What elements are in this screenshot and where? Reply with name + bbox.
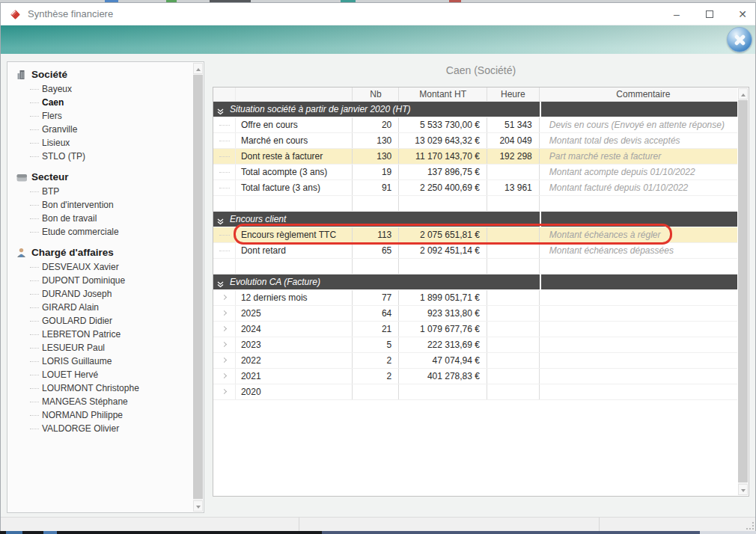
row-marche-en-cours[interactable]: Marché en cours 130 13 029 643,32 € 204 … [213,133,737,149]
header-nb[interactable]: Nb [353,88,399,101]
sidebar-item-desveaux[interactable]: DESVEAUX Xavier [7,260,193,274]
sidebar-item-btp[interactable]: BTP [7,185,193,198]
row-heure [487,165,540,179]
row-montant: 2 092 451,14 € [399,243,487,258]
chevron-right-icon [222,389,227,394]
sidebar-item-louet[interactable]: LOUET Hervé [7,368,193,381]
triangle-up-icon [741,93,746,96]
row-nb: 5 [353,337,399,352]
resize-grip[interactable] [746,522,754,530]
header-heure[interactable]: Heure [487,88,540,101]
sidebar-item-lourmont[interactable]: LOURMONT Christophe [7,381,193,395]
row-encours-reglement-ttc[interactable]: Encours règlement TTC 113 2 075 651,81 €… [213,227,737,243]
row-expand-cell[interactable] [213,353,236,368]
sidebar-item-mangeas[interactable]: MANGEAS Stéphane [7,395,193,408]
sidebar-item-dupont[interactable]: DUPONT Dominique [7,274,193,287]
spacer-row [213,196,737,212]
taskbar-fragment [6,531,22,534]
row-nb: 113 [353,227,399,242]
taskbar-fragment [43,531,57,534]
scrollbar-thumb[interactable] [738,100,748,482]
empty-cell [540,196,737,211]
scroll-up-button[interactable] [193,63,203,74]
sidebar-item-stlo[interactable]: STLO (TP) [7,150,193,163]
row-heure: 13 961 [487,180,540,195]
empty-cell [540,259,737,274]
row-total-facture[interactable]: Total facture (3 ans) 91 2 250 400,69 € … [213,180,737,196]
row-expand-cell[interactable] [213,369,236,384]
row-commentaire: Montant acompte depuis 01/10/2022 [540,165,737,179]
row-2024[interactable]: 2024 21 1 079 677,76 € [213,322,737,337]
taskbar-fragment [322,531,700,534]
sidebar-item-etude-commerciale[interactable]: Etude commerciale [7,225,193,239]
sidebar-item-granville[interactable]: Granville [7,123,193,136]
empty-cell [353,259,399,274]
row-dont-retard[interactable]: Dont retard 65 2 092 451,14 € Montant éc… [213,243,737,259]
row-offre-en-cours[interactable]: Offre en cours 20 5 533 730,00 € 51 343 … [213,117,737,133]
minimize-button[interactable]: – [664,3,689,25]
scroll-down-button[interactable] [193,500,203,512]
table-header-row: Nb Montant HT Heure Commentaire [213,88,737,102]
sidebar-item-lisieux[interactable]: Lisieux [7,136,193,150]
sidebar-item-lebreton[interactable]: LEBRETON Patrice [7,328,193,341]
sidebar-item-lesueur[interactable]: LESUEUR Paul [7,341,193,355]
sidebar-item-valdorge[interactable]: VALDORGE Olivier [7,422,193,435]
sidebar-item-caen[interactable]: Caen [7,96,193,109]
row-heure [487,384,540,399]
sidebar-item-flers[interactable]: Flers [7,109,193,123]
page-title: Caen (Société) [213,64,749,76]
sidebar-item-bon-intervention[interactable]: Bon d'intervention [7,198,193,212]
row-2025[interactable]: 2025 64 923 313,80 € [213,306,737,322]
row-2021[interactable]: 2021 2 401 278,83 € [213,369,737,384]
header-montant-ht[interactable]: Montant HT [399,88,487,101]
triangle-up-icon [196,68,201,71]
orb-close-button[interactable] [727,27,752,52]
row-commentaire: Montant échéances à régler [540,227,737,242]
row-dont-reste-a-facturer[interactable]: Dont reste à facturer 130 11 170 143,70 … [213,149,737,165]
section-row-situation[interactable]: Situation société à partir de janvier 20… [213,102,737,117]
sidebar-item-normand[interactable]: NORMAND Philippe [7,408,193,422]
row-2023[interactable]: 2023 5 222 313,69 € [213,337,737,353]
chevron-right-icon [222,373,227,378]
scroll-up-button[interactable] [738,88,748,99]
row-label: Total facture (3 ans) [236,180,353,195]
row-nb: 130 [353,149,399,164]
table-scrollbar[interactable] [738,88,748,495]
sidebar-item-girard[interactable]: GIRARD Alain [7,301,193,314]
row-heure [487,306,540,321]
row-2022[interactable]: 2022 2 47 074,94 € [213,353,737,369]
section-comment-cell [540,212,737,227]
row-heure: 192 298 [487,149,540,164]
sidebar-group-charge-affaires[interactable]: Chargé d'affaires [7,245,193,260]
row-expand-cell[interactable] [213,337,236,352]
row-label: 2020 [236,384,353,399]
sidebar-scrollbar[interactable] [193,63,203,512]
row-total-acompte[interactable]: Total acompte (3 ans) 19 137 896,75 € Mo… [213,165,737,180]
row-12-derniers-mois[interactable]: 12 derniers mois 77 1 899 051,71 € [213,290,737,306]
sidebar-item-durand[interactable]: DURAND Joseph [7,287,193,301]
row-2020[interactable]: 2020 [213,384,737,400]
sidebar-group-secteur[interactable]: Secteur [7,170,193,185]
row-nb: 2 [353,353,399,368]
scrollbar-thumb[interactable] [193,75,203,499]
sidebar-item-bon-travail[interactable]: Bon de travail [7,212,193,225]
sidebar-group-societe[interactable]: Société [7,67,193,82]
empty-cell [213,259,236,274]
row-expand-cell[interactable] [213,384,236,399]
row-expand-cell[interactable] [213,306,236,321]
close-button[interactable]: ✕ [730,3,755,25]
sidebar-item-bayeux[interactable]: Bayeux [7,82,193,96]
sidebar-item-loris[interactable]: LORIS Guillaume [7,355,193,368]
header-commentaire[interactable]: Commentaire [540,88,737,101]
row-montant: 222 313,69 € [399,337,487,352]
section-row-encours-client[interactable]: Encours client [213,212,737,227]
section-comment-cell [540,274,737,289]
section-row-evolution-ca[interactable]: Evolution CA (Facture) [213,274,737,290]
maximize-button[interactable] [697,3,722,25]
scroll-down-button[interactable] [738,484,748,495]
row-expand-cell[interactable] [213,290,236,305]
tree-line [219,141,230,141]
row-expand-cell[interactable] [213,322,236,337]
sidebar-item-goulard[interactable]: GOULARD Didier [7,314,193,328]
tree-line [219,156,230,157]
